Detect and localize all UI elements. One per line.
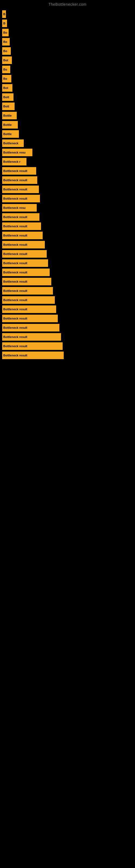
bottleneck-bar: Bottleneck result bbox=[2, 324, 59, 332]
bottleneck-bar: Bottleneck result bbox=[2, 167, 36, 175]
bar-label: Bo bbox=[3, 31, 7, 34]
bar-label: Bott bbox=[3, 105, 9, 108]
bar-row: Bottleneck result bbox=[2, 186, 135, 193]
bar-label: Bottleneck result bbox=[3, 289, 27, 292]
bottleneck-bar: Bottleneck result bbox=[2, 296, 55, 304]
bar-row: Bottleneck result bbox=[2, 324, 135, 332]
bar-label: Bottle bbox=[3, 114, 12, 117]
bar-row: B bbox=[2, 20, 135, 27]
bar-row: Bottle bbox=[2, 130, 135, 138]
bottleneck-bar: Bottleneck result bbox=[2, 259, 48, 267]
bottleneck-bar: Bo bbox=[2, 29, 9, 36]
bar-label: Bottleneck result bbox=[3, 188, 27, 191]
bar-label: B bbox=[3, 22, 5, 25]
bar-row: Bottleneck result bbox=[2, 241, 135, 248]
bar-row: Bo bbox=[2, 75, 135, 83]
bottleneck-bar: Bottleneck result bbox=[2, 213, 39, 221]
bar-row: Bottleneck result bbox=[2, 250, 135, 258]
bar-row: Bottleneck result bbox=[2, 342, 135, 350]
bar-label: Bottleneck r bbox=[3, 160, 20, 163]
bar-row: Bottleneck resu bbox=[2, 204, 135, 212]
bar-label: Bo bbox=[3, 50, 7, 53]
bar-label: Bottleneck result bbox=[3, 169, 27, 173]
bar-row: Bottleneck bbox=[2, 140, 135, 147]
bottleneck-bar: Bo bbox=[2, 38, 10, 45]
bar-row: Bo bbox=[2, 38, 135, 45]
bar-row: Bottleneck r bbox=[2, 158, 135, 165]
bottleneck-bar: Bott bbox=[2, 93, 13, 101]
bottleneck-bar: Bottleneck result bbox=[2, 287, 53, 294]
bottleneck-bar: Bottleneck result bbox=[2, 195, 40, 203]
bottleneck-bar: Bottleneck result bbox=[2, 250, 47, 258]
bottleneck-bar: Bot bbox=[2, 84, 12, 92]
bar-row: Bottleneck result bbox=[2, 296, 135, 304]
bar-row: Bott bbox=[2, 93, 135, 101]
bottleneck-bar: Bo bbox=[2, 47, 11, 55]
bar-label: Bottleneck result bbox=[3, 299, 27, 302]
bottleneck-bar: Bottleneck result bbox=[2, 342, 63, 350]
bottleneck-bar: Bot bbox=[2, 56, 12, 64]
bar-label: Bottleneck result bbox=[3, 215, 27, 219]
bottleneck-bar: Bott bbox=[2, 102, 14, 110]
bottleneck-bar: B bbox=[2, 10, 6, 18]
bar-label: Bottleneck resu bbox=[3, 206, 26, 209]
bar-label: Bottleneck result bbox=[3, 234, 27, 237]
bar-row: Bottleneck result bbox=[2, 231, 135, 239]
bottleneck-bar: Bottleneck resu bbox=[2, 149, 32, 156]
bar-label: Bot bbox=[3, 86, 8, 90]
bar-label: Bottleneck result bbox=[3, 179, 27, 182]
bottleneck-bar: Bottleneck result bbox=[2, 269, 50, 276]
bottleneck-bar: Bottleneck result bbox=[2, 351, 64, 359]
bar-row: Bottle bbox=[2, 112, 135, 119]
bar-row: Bottleneck result bbox=[2, 315, 135, 322]
bar-label: Bottleneck result bbox=[3, 243, 27, 246]
bar-label: Bottleneck result bbox=[3, 280, 27, 283]
bottleneck-bar: Bottleneck result bbox=[2, 278, 51, 285]
bar-row: Bottleneck result bbox=[2, 278, 135, 285]
bar-label: Bottleneck result bbox=[3, 225, 27, 228]
bar-label: Bottleneck result bbox=[3, 354, 27, 357]
bottleneck-bar: Bottleneck result bbox=[2, 186, 39, 193]
bar-label: Bottleneck result bbox=[3, 335, 27, 339]
bar-label: Bo bbox=[3, 68, 7, 71]
bar-row: Bottleneck result bbox=[2, 222, 135, 230]
bar-label: Bottleneck result bbox=[3, 261, 27, 265]
bar-row: Bott bbox=[2, 102, 135, 110]
bottleneck-bar: Bottleneck result bbox=[2, 305, 56, 313]
bar-row: Bottleneck resu bbox=[2, 149, 135, 156]
bar-row: Bottleneck result bbox=[2, 213, 135, 221]
bar-row: Bottle bbox=[2, 121, 135, 129]
bar-row: Bot bbox=[2, 56, 135, 64]
bar-row: B bbox=[2, 10, 135, 18]
bar-row: Bottleneck result bbox=[2, 259, 135, 267]
bar-label: Bottleneck result bbox=[3, 308, 27, 311]
bar-row: Bottleneck result bbox=[2, 195, 135, 203]
bar-label: Bo bbox=[3, 77, 7, 80]
bottleneck-bar: Bottleneck bbox=[2, 140, 24, 147]
bottleneck-bar: Bottleneck result bbox=[2, 231, 43, 239]
bar-row: Bo bbox=[2, 29, 135, 36]
bottleneck-bar: Bo bbox=[2, 66, 10, 73]
bar-row: Bottleneck result bbox=[2, 167, 135, 175]
bar-label: Bottleneck result bbox=[3, 252, 27, 255]
bar-label: Bottle bbox=[3, 123, 12, 126]
bar-label: Bottleneck result bbox=[3, 317, 27, 320]
bottleneck-bar: Bottleneck result bbox=[2, 333, 61, 341]
bar-label: Bottleneck result bbox=[3, 197, 27, 200]
bar-label: Bottleneck result bbox=[3, 326, 27, 329]
bottleneck-bar: Bottleneck resu bbox=[2, 204, 37, 212]
bar-label: B bbox=[3, 12, 5, 16]
bars-container: BBBoBoBoBotBoBoBotBottBottBottleBottleBo… bbox=[0, 8, 135, 364]
bar-row: Bottleneck result bbox=[2, 333, 135, 341]
bottleneck-bar: Bottleneck result bbox=[2, 315, 58, 322]
bottleneck-bar: Bottleneck result bbox=[2, 241, 45, 248]
bar-row: Bo bbox=[2, 66, 135, 73]
bar-label: Bottleneck bbox=[3, 142, 18, 145]
bar-row: Bo bbox=[2, 47, 135, 55]
bar-row: Bottleneck result bbox=[2, 351, 135, 359]
site-title: TheBottlenecker.com bbox=[0, 0, 135, 8]
bar-label: Bottleneck result bbox=[3, 271, 27, 274]
bar-label: Bottleneck resu bbox=[3, 151, 26, 154]
bottleneck-bar: Bottleneck result bbox=[2, 176, 37, 184]
bar-row: Bottleneck result bbox=[2, 305, 135, 313]
